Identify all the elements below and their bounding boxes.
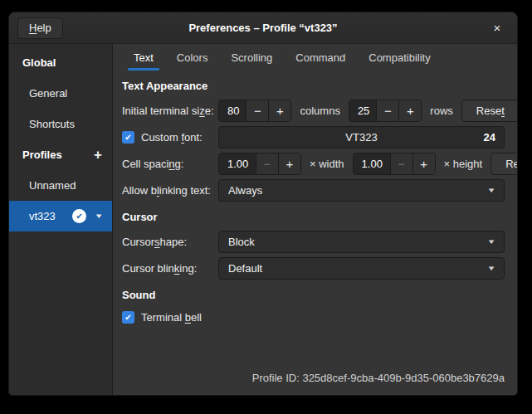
sidebar-item-general-label: General xyxy=(29,87,67,100)
sidebar-item-vt323[interactable]: vt323 ✔ ▼ xyxy=(9,201,112,231)
columns-plus-icon[interactable]: + xyxy=(268,100,290,121)
terminal-size-row: Initial terminal size: 80 − + columns 25… xyxy=(122,100,505,122)
cursor-shape-label: Cursor shape: xyxy=(122,236,218,248)
chevron-down-icon: ▼ xyxy=(486,265,495,272)
height-spacing-plus-icon[interactable]: + xyxy=(412,153,435,174)
width-spacing-plus-icon[interactable]: + xyxy=(278,153,300,174)
blinking-text-row: Allow blinking text: Always ▼ xyxy=(122,179,505,202)
columns-minus-icon[interactable]: − xyxy=(246,100,268,121)
terminal-bell-row: ✔ Terminal bell xyxy=(122,309,505,325)
tab-bar: Text Colors Scrolling Command Compatibil… xyxy=(122,44,505,71)
columns-stepper: 80 − + xyxy=(218,100,291,122)
terminal-bell-label: Terminal bell xyxy=(141,311,202,324)
sidebar-header-global: Global xyxy=(9,47,112,78)
font-name: VT323 xyxy=(219,131,504,144)
blinking-text-label: Allow blinking text: xyxy=(122,184,218,197)
tab-colors[interactable]: Colors xyxy=(165,47,220,71)
columns-unit-label: columns xyxy=(300,105,339,117)
chevron-down-icon: ▼ xyxy=(486,238,495,246)
chevron-down-icon: ▼ xyxy=(486,187,495,194)
cell-spacing-reset-button[interactable]: Reset xyxy=(491,153,518,175)
custom-font-label: Custom font: xyxy=(141,131,203,144)
profile-id-text: Profile ID: 325d8cef-9cba-409b-9d35-060b… xyxy=(122,365,505,395)
help-button[interactable]: Help xyxy=(17,17,63,39)
terminal-size-reset-button[interactable]: Reset xyxy=(461,100,518,122)
sidebar-item-unnamed-label: Unnamed xyxy=(29,179,76,192)
custom-font-row: ✔ Custom font: VT323 24 xyxy=(122,126,505,149)
terminal-bell-group: ✔ Terminal bell xyxy=(122,311,202,324)
sidebar-item-shortcuts-label: Shortcuts xyxy=(29,118,75,130)
width-spacing-unit-label: × width xyxy=(310,158,344,170)
sidebar-item-unnamed[interactable]: Unnamed xyxy=(9,170,112,201)
tab-scrolling[interactable]: Scrolling xyxy=(219,47,284,71)
profile-content: Text Colors Scrolling Command Compatibil… xyxy=(113,44,517,395)
cursor-heading: Cursor xyxy=(122,211,505,223)
tab-text[interactable]: Text xyxy=(122,47,165,71)
sound-heading: Sound xyxy=(122,289,505,301)
blinking-text-value: Always xyxy=(228,184,262,197)
tab-compatibility[interactable]: Compatibility xyxy=(357,47,442,71)
tab-command[interactable]: Command xyxy=(284,47,357,71)
cell-spacing-label: Cell spacing: xyxy=(122,158,218,170)
rows-unit-label: rows xyxy=(430,105,452,117)
preferences-dialog: Help Preferences – Profile “vt323” × Glo… xyxy=(8,12,518,396)
sidebar-item-general[interactable]: General xyxy=(9,78,112,109)
rows-stepper: 25 − + xyxy=(349,100,422,122)
columns-value[interactable]: 80 xyxy=(219,100,246,121)
width-spacing-value[interactable]: 1.00 xyxy=(219,153,256,174)
cursor-shape-dropdown[interactable]: Block ▼ xyxy=(218,231,505,253)
close-icon[interactable]: × xyxy=(487,18,507,38)
window-title: Preferences – Profile “vt323” xyxy=(9,22,517,34)
font-size: 24 xyxy=(484,131,504,144)
rows-value[interactable]: 25 xyxy=(349,100,376,121)
cursor-blinking-dropdown[interactable]: Default ▼ xyxy=(218,257,505,280)
blinking-text-dropdown[interactable]: Always ▼ xyxy=(218,179,505,202)
height-spacing-unit-label: × height xyxy=(444,158,483,170)
cursor-shape-value: Block xyxy=(228,236,255,248)
rows-minus-icon[interactable]: − xyxy=(376,100,398,121)
custom-font-label-group: ✔ Custom font: xyxy=(122,131,218,144)
width-spacing-minus-icon[interactable]: − xyxy=(256,153,278,174)
dialog-body: Global General Shortcuts Profiles + Unna… xyxy=(9,44,517,395)
cursor-shape-row: Cursor shape: Block ▼ xyxy=(122,231,505,253)
sidebar-header-profiles: Profiles + xyxy=(9,139,112,170)
text-appearance-heading: Text Appearance xyxy=(122,80,505,92)
sidebar: Global General Shortcuts Profiles + Unna… xyxy=(9,44,113,395)
cursor-blinking-value: Default xyxy=(228,262,262,275)
cursor-blinking-label: Cursor blinking: xyxy=(122,262,218,275)
terminal-size-label: Initial terminal size: xyxy=(122,105,218,117)
selected-check-icon: ✔ xyxy=(72,209,86,223)
sidebar-header-global-label: Global xyxy=(22,56,56,69)
rows-plus-icon[interactable]: + xyxy=(398,100,421,121)
titlebar: Help Preferences – Profile “vt323” × xyxy=(9,12,517,44)
add-profile-icon[interactable]: + xyxy=(94,148,102,162)
terminal-bell-checkbox[interactable]: ✔ xyxy=(122,311,134,324)
custom-font-checkbox[interactable]: ✔ xyxy=(122,131,134,144)
sidebar-header-profiles-label: Profiles xyxy=(22,149,62,161)
sidebar-item-vt323-icons: ✔ ▼ xyxy=(72,209,102,223)
height-spacing-value[interactable]: 1.00 xyxy=(354,153,390,174)
sidebar-item-shortcuts[interactable]: Shortcuts xyxy=(9,109,112,139)
width-spacing-stepper: 1.00 − + xyxy=(218,153,301,175)
cursor-blinking-row: Cursor blinking: Default ▼ xyxy=(122,257,505,280)
font-chooser-button[interactable]: VT323 24 xyxy=(218,126,505,149)
height-spacing-stepper: 1.00 − + xyxy=(353,153,436,175)
cell-spacing-row: Cell spacing: 1.00 − + × width 1.00 − + … xyxy=(122,153,505,175)
profile-menu-chevron-icon[interactable]: ▼ xyxy=(94,212,103,220)
height-spacing-minus-icon[interactable]: − xyxy=(390,153,412,174)
sidebar-item-vt323-label: vt323 xyxy=(29,210,56,222)
